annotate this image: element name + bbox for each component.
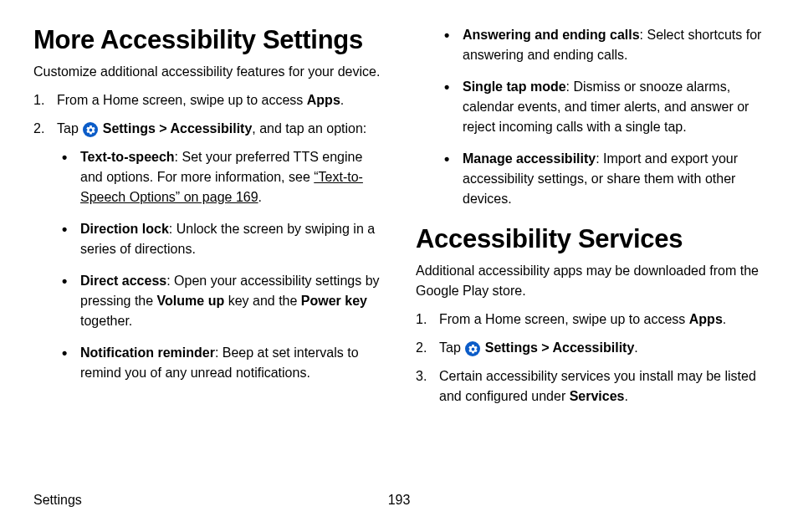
step-1: From a Home screen, swipe up to access A… — [33, 90, 382, 110]
step-2-post: , and tap an option: — [252, 121, 366, 136]
accessibility-label: Accessibility — [170, 121, 252, 136]
bullet-tts: Text-to-speech: Set your preferred TTS e… — [57, 147, 382, 207]
bullet-single-tap: Single tap mode: Dismiss or snooze alarm… — [416, 77, 765, 137]
intro-text: Customize additional accessibility featu… — [33, 62, 382, 82]
s3-services: Services — [570, 389, 625, 403]
right-steps: From a Home screen, swipe up to access A… — [416, 309, 765, 407]
right-column: Answering and ending calls: Select short… — [416, 25, 765, 415]
settings-icon — [465, 341, 480, 356]
page-footer: Settings 193 — [33, 490, 765, 510]
settings-label: Settings — [103, 121, 156, 136]
s3-post: . — [625, 389, 628, 403]
left-column: More Accessibility Settings Customize ad… — [33, 25, 382, 415]
left-bullets: Text-to-speech: Set your preferred TTS e… — [57, 147, 382, 383]
step-2-pre: Tap — [57, 121, 82, 136]
tts-label: Text-to-speech — [80, 150, 175, 164]
manage-accessibility-label: Manage accessibility — [463, 151, 596, 166]
step-2: Tap Settings > Accessibility, and tap an… — [33, 119, 382, 383]
bullet-manage-accessibility: Manage accessibility: Import and export … — [416, 149, 765, 209]
bullet-direct-access: Direct access: Open your accessibility s… — [57, 271, 382, 331]
bullet-answering-calls: Answering and ending calls: Select short… — [416, 25, 765, 65]
s2-settings: Settings — [485, 340, 538, 355]
s1-apps: Apps — [689, 312, 723, 326]
right-bullets: Answering and ending calls: Select short… — [416, 25, 765, 209]
content-columns: More Accessibility Settings Customize ad… — [33, 25, 765, 415]
service-step-2: Tap Settings > Accessibility. — [416, 338, 765, 358]
apps-label: Apps — [307, 93, 340, 107]
direction-lock-label: Direction lock — [80, 222, 169, 236]
footer-section: Settings — [33, 490, 82, 510]
step-1-post: . — [340, 93, 344, 107]
step-1-pre: From a Home screen, swipe up to access — [57, 93, 307, 107]
s1-post: . — [723, 312, 726, 326]
intro-services: Additional accessibility apps may be dow… — [416, 261, 765, 301]
single-tap-label: Single tap mode — [463, 79, 566, 94]
s2-post: . — [634, 340, 637, 355]
direct-access-label: Direct access — [80, 274, 166, 288]
s1-pre: From a Home screen, swipe up to access — [439, 312, 689, 326]
power-key-label: Power key — [301, 294, 367, 308]
bullet-direction-lock: Direction lock: Unlock the screen by swi… — [57, 219, 382, 259]
bullet-notification-reminder: Notification reminder: Beep at set inter… — [57, 343, 382, 383]
s2-access: Accessibility — [552, 340, 634, 355]
direct-access-t2: key and the — [224, 294, 301, 308]
s2-sep: > — [538, 340, 553, 355]
left-steps: From a Home screen, swipe up to access A… — [33, 90, 382, 383]
service-step-3: Certain accessibility services you insta… — [416, 366, 765, 407]
notification-reminder-label: Notification reminder — [80, 345, 215, 360]
heading-accessibility-services: Accessibility Services — [416, 224, 765, 254]
direct-access-t3: together. — [80, 314, 132, 328]
answering-calls-label: Answering and ending calls — [463, 28, 640, 42]
settings-icon — [83, 122, 98, 137]
footer-page-number: 193 — [388, 490, 411, 510]
tts-text-2: . — [258, 190, 262, 204]
heading-more-accessibility: More Accessibility Settings — [33, 25, 382, 55]
s2-pre: Tap — [439, 340, 464, 355]
breadcrumb-sep: > — [156, 121, 171, 136]
volume-up-label: Volume up — [157, 294, 225, 308]
service-step-1: From a Home screen, swipe up to access A… — [416, 309, 765, 330]
